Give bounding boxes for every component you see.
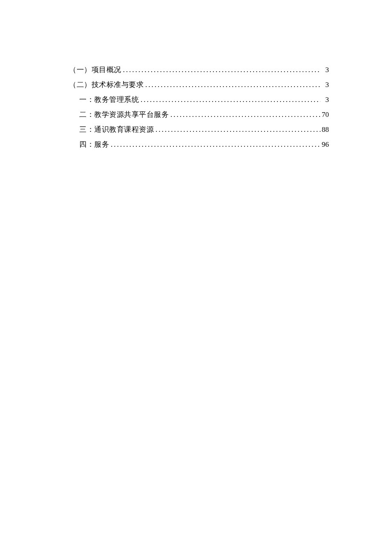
toc-leader-dots [109, 141, 320, 148]
toc-entry: 二：教学资源共享平台服务 70 [63, 111, 329, 118]
toc-leader-dots [154, 126, 320, 133]
toc-title: 一：教务管理系统 [79, 96, 139, 103]
toc-leader-dots [144, 81, 320, 88]
toc-title: （二）技术标准与要求 [69, 81, 144, 88]
toc-entry: 一：教务管理系统 3 [63, 96, 329, 103]
toc-leader-dots [169, 111, 320, 118]
toc-title: （一）项目概况 [69, 66, 121, 73]
toc-page-number: 70 [320, 111, 329, 118]
document-page: （一）项目概况 3 （二）技术标准与要求 3 一：教务管理系统 3 二：教学资源… [0, 0, 392, 148]
toc-leader-dots [139, 96, 320, 103]
table-of-contents: （一）项目概况 3 （二）技术标准与要求 3 一：教务管理系统 3 二：教学资源… [63, 66, 329, 148]
toc-entry: （二）技术标准与要求 3 [63, 81, 329, 88]
toc-page-number: 96 [320, 141, 329, 148]
toc-page-number: 3 [320, 66, 329, 73]
toc-leader-dots [121, 66, 321, 73]
toc-page-number: 3 [320, 96, 329, 103]
toc-title: 二：教学资源共享平台服务 [79, 111, 169, 118]
toc-entry: 四：服务 96 [63, 141, 329, 148]
toc-entry: （一）项目概况 3 [63, 66, 329, 73]
toc-title: 四：服务 [79, 141, 109, 148]
toc-entry: 三：通识教育课程资源 88 [63, 126, 329, 133]
toc-page-number: 3 [320, 81, 329, 88]
toc-title: 三：通识教育课程资源 [79, 126, 154, 133]
toc-page-number: 88 [320, 126, 329, 133]
